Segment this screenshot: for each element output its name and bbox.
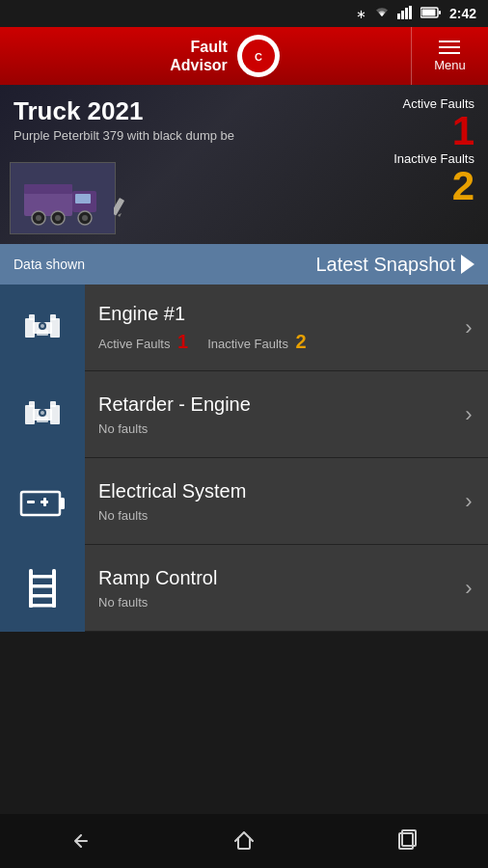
menu-icon bbox=[439, 41, 460, 54]
svg-rect-10 bbox=[24, 184, 72, 194]
wifi-icon bbox=[374, 6, 390, 22]
fault-item-ramp[interactable]: Ramp Control No faults › bbox=[0, 545, 488, 632]
ramp-content: Ramp Control No faults bbox=[85, 567, 459, 610]
bottom-navigation bbox=[0, 814, 488, 868]
cummins-logo: C bbox=[237, 35, 280, 77]
app-title: Fault Advisor bbox=[170, 38, 228, 74]
svg-point-14 bbox=[36, 215, 41, 221]
app-header: Fault Advisor C Menu bbox=[0, 27, 488, 85]
svg-rect-24 bbox=[29, 314, 35, 320]
vehicle-image[interactable] bbox=[10, 162, 116, 234]
inactive-faults-count: 2 bbox=[393, 166, 474, 206]
ramp-chevron-icon: › bbox=[459, 576, 488, 601]
retarder-content: Retarder - Engine No faults bbox=[85, 393, 459, 436]
header-brand: Fault Advisor C bbox=[170, 35, 280, 77]
engine1-icon-box bbox=[0, 285, 85, 371]
svg-rect-37 bbox=[21, 492, 60, 515]
back-button[interactable] bbox=[48, 820, 114, 862]
fault-item-electrical[interactable]: Electrical System No faults › bbox=[0, 458, 488, 545]
svg-rect-1 bbox=[401, 11, 404, 19]
svg-point-36 bbox=[41, 411, 44, 415]
snapshot-arrow-icon bbox=[461, 255, 474, 274]
svg-rect-6 bbox=[439, 11, 441, 14]
svg-rect-5 bbox=[421, 9, 435, 15]
edit-icon[interactable] bbox=[114, 194, 141, 227]
electrical-chevron-icon: › bbox=[459, 489, 488, 514]
snapshot-value: Latest Snapshot bbox=[315, 254, 455, 276]
ramp-icon-box bbox=[0, 545, 85, 632]
svg-rect-19 bbox=[114, 198, 124, 216]
battery-icon bbox=[420, 7, 442, 21]
active-faults-count: 1 bbox=[393, 111, 474, 151]
electrical-no-faults: No faults bbox=[98, 508, 446, 523]
svg-rect-2 bbox=[405, 8, 408, 19]
engine1-inactive-count: 2 bbox=[296, 331, 307, 352]
menu-button[interactable]: Menu bbox=[411, 27, 488, 85]
hero-fault-summary: Active Faults 1 Inactive Faults 2 bbox=[393, 96, 474, 206]
svg-rect-39 bbox=[27, 501, 35, 503]
vehicle-name: Truck 2021 bbox=[14, 96, 234, 126]
engine1-title: Engine #1 bbox=[98, 303, 446, 325]
svg-rect-44 bbox=[29, 575, 56, 579]
data-bar[interactable]: Data shown Latest Snapshot bbox=[0, 244, 488, 285]
vehicle-info: Truck 2021 Purple Peterbilt 379 with bla… bbox=[14, 96, 234, 143]
snapshot-selector[interactable]: Latest Snapshot bbox=[315, 254, 474, 276]
electrical-content: Electrical System No faults bbox=[85, 480, 459, 523]
signal-icon bbox=[397, 6, 413, 22]
electrical-title: Electrical System bbox=[98, 480, 446, 502]
engine1-inactive-label: Inactive Faults 2 bbox=[207, 331, 307, 353]
retarder-no-faults: No faults bbox=[98, 421, 446, 436]
svg-rect-3 bbox=[409, 6, 412, 19]
data-shown-label: Data shown bbox=[14, 257, 85, 272]
engine1-content: Engine #1 Active Faults 1 Inactive Fault… bbox=[85, 303, 459, 353]
svg-rect-34 bbox=[37, 417, 48, 422]
svg-rect-41 bbox=[43, 498, 46, 506]
app-title-line1: Fault bbox=[170, 38, 228, 56]
recents-button[interactable] bbox=[374, 820, 440, 862]
clock: 2:42 bbox=[449, 6, 476, 21]
app-title-line2: Advisor bbox=[170, 56, 228, 74]
bluetooth-icon: ∗ bbox=[356, 7, 366, 21]
ramp-no-faults: No faults bbox=[98, 595, 446, 610]
svg-rect-25 bbox=[50, 314, 56, 320]
engine1-sub: Active Faults 1 Inactive Faults 2 bbox=[98, 331, 446, 353]
svg-rect-31 bbox=[50, 405, 60, 424]
menu-label: Menu bbox=[434, 58, 466, 72]
vehicle-description: Purple Peterbilt 379 with black dump be bbox=[14, 128, 234, 143]
home-button[interactable] bbox=[211, 820, 277, 862]
svg-rect-26 bbox=[37, 330, 48, 336]
fault-list: Engine #1 Active Faults 1 Inactive Fault… bbox=[0, 285, 488, 632]
status-bar: ∗ 2:42 bbox=[0, 0, 488, 27]
electrical-icon-box bbox=[0, 458, 85, 545]
retarder-title: Retarder - Engine bbox=[98, 393, 446, 416]
svg-rect-46 bbox=[29, 594, 56, 598]
svg-point-18 bbox=[82, 215, 88, 221]
svg-rect-45 bbox=[29, 584, 56, 588]
svg-rect-23 bbox=[50, 318, 60, 338]
fault-item-engine1[interactable]: Engine #1 Active Faults 1 Inactive Fault… bbox=[0, 285, 488, 371]
ramp-title: Ramp Control bbox=[98, 567, 446, 589]
svg-rect-33 bbox=[50, 401, 56, 407]
fault-item-retarder[interactable]: Retarder - Engine No faults › bbox=[0, 371, 488, 458]
svg-rect-12 bbox=[75, 194, 91, 203]
svg-rect-32 bbox=[29, 401, 35, 407]
svg-rect-0 bbox=[397, 14, 400, 19]
svg-point-16 bbox=[55, 215, 61, 221]
retarder-icon-box bbox=[0, 371, 85, 458]
hero-section: Truck 2021 Purple Peterbilt 379 with bla… bbox=[0, 85, 488, 244]
retarder-chevron-icon: › bbox=[459, 402, 488, 427]
engine1-active-count: 1 bbox=[177, 331, 188, 352]
engine1-chevron-icon: › bbox=[459, 315, 488, 340]
svg-text:C: C bbox=[255, 51, 262, 63]
svg-rect-47 bbox=[29, 604, 56, 608]
engine1-active-label: Active Faults 1 bbox=[98, 331, 188, 353]
svg-point-28 bbox=[41, 324, 44, 328]
svg-marker-20 bbox=[118, 213, 122, 217]
svg-rect-38 bbox=[60, 498, 65, 509]
